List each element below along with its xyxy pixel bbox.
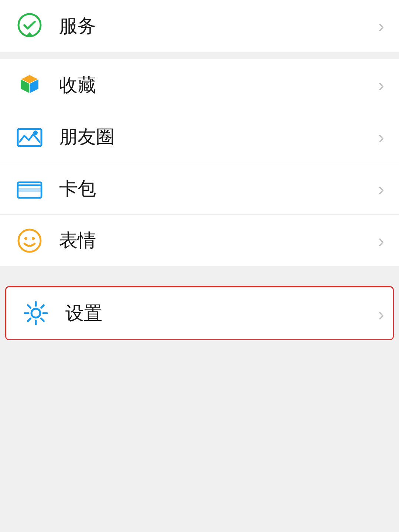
menu-item-service[interactable]: 服务 › — [0, 0, 399, 52]
settings-label: 设置 — [65, 301, 378, 326]
menu-item-favorites[interactable]: 收藏 › — [0, 59, 399, 111]
settings-highlight-border: 设置 — [5, 286, 394, 340]
cardwallet-icon — [15, 174, 44, 204]
cardwallet-label: 卡包 — [59, 176, 378, 201]
svg-point-12 — [24, 237, 27, 240]
service-icon — [15, 11, 44, 41]
menu-item-moments[interactable]: 朋友圈 › — [0, 111, 399, 163]
menu-item-emoji[interactable]: 表情 › — [0, 214, 399, 266]
svg-line-20 — [41, 319, 44, 321]
favorites-chevron: › — [378, 74, 384, 96]
menu-item-cardwallet[interactable]: 卡包 › — [0, 163, 399, 214]
svg-line-22 — [28, 319, 31, 321]
section-settings: 设置 › — [0, 281, 399, 340]
favorites-label: 收藏 — [59, 73, 378, 98]
menu-item-settings[interactable]: 设置 — [6, 287, 393, 339]
emoji-icon — [15, 226, 44, 255]
svg-point-11 — [18, 230, 41, 252]
svg-line-21 — [41, 305, 44, 308]
moments-label: 朋友圈 — [59, 125, 378, 149]
svg-rect-10 — [18, 188, 41, 192]
settings-icon — [21, 298, 51, 328]
svg-point-13 — [32, 237, 35, 240]
moments-chevron: › — [378, 126, 384, 148]
moments-icon — [15, 122, 44, 152]
section-service: 服务 › — [0, 0, 399, 52]
section-main: 收藏 › 朋友圈 › 卡 — [0, 59, 399, 266]
divider-1 — [0, 52, 399, 59]
cardwallet-chevron: › — [378, 178, 384, 200]
bottom-area — [0, 340, 399, 510]
emoji-chevron: › — [378, 230, 384, 251]
service-chevron: › — [378, 15, 384, 37]
divider-2 — [0, 266, 399, 274]
service-label: 服务 — [59, 14, 378, 38]
svg-point-7 — [33, 131, 38, 135]
svg-rect-6 — [18, 129, 41, 146]
emoji-label: 表情 — [59, 228, 378, 253]
svg-point-14 — [31, 309, 40, 318]
favorites-icon — [15, 70, 44, 100]
svg-line-19 — [28, 305, 31, 308]
